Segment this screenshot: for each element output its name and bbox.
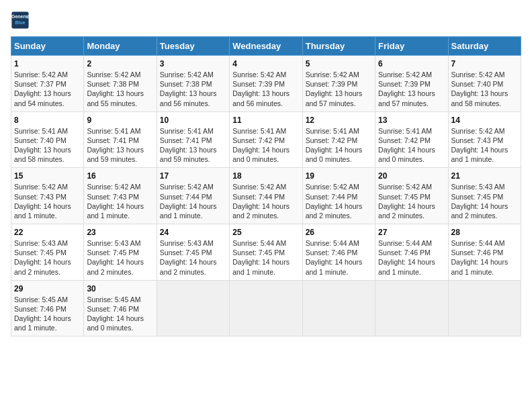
day-number: 13 bbox=[378, 116, 445, 125]
day-header-thursday: Thursday bbox=[302, 37, 375, 56]
calendar-cell: 16Sunrise: 5:42 AMSunset: 7:43 PMDayligh… bbox=[84, 168, 157, 224]
day-number: 19 bbox=[306, 171, 372, 181]
day-info: Sunrise: 5:42 AMSunset: 7:39 PMDaylight:… bbox=[232, 70, 299, 108]
calendar-cell: 3Sunrise: 5:42 AMSunset: 7:38 PMDaylight… bbox=[157, 56, 229, 112]
day-info: Sunrise: 5:41 AMSunset: 7:42 PMDaylight:… bbox=[378, 126, 445, 165]
day-info: Sunrise: 5:45 AMSunset: 7:46 PMDaylight:… bbox=[87, 295, 153, 333]
day-header-monday: Monday bbox=[84, 37, 157, 56]
calendar-week-3: 15Sunrise: 5:42 AMSunset: 7:43 PMDayligh… bbox=[11, 168, 521, 224]
calendar-cell: 23Sunrise: 5:43 AMSunset: 7:45 PMDayligh… bbox=[84, 224, 157, 281]
day-info: Sunrise: 5:44 AMSunset: 7:46 PMDaylight:… bbox=[306, 238, 372, 277]
calendar-cell: 20Sunrise: 5:42 AMSunset: 7:45 PMDayligh… bbox=[375, 168, 448, 224]
day-number: 4 bbox=[232, 59, 299, 68]
calendar-cell: 5Sunrise: 5:42 AMSunset: 7:39 PMDaylight… bbox=[302, 56, 375, 112]
page-header: General Blue bbox=[11, 11, 521, 30]
day-info: Sunrise: 5:43 AMSunset: 7:45 PMDaylight:… bbox=[451, 182, 518, 220]
calendar-cell: 25Sunrise: 5:44 AMSunset: 7:45 PMDayligh… bbox=[230, 224, 302, 281]
day-number: 18 bbox=[232, 171, 299, 181]
day-number: 24 bbox=[160, 228, 226, 237]
day-number: 21 bbox=[451, 171, 518, 181]
day-number: 20 bbox=[378, 171, 445, 181]
day-number: 5 bbox=[306, 59, 372, 68]
day-info: Sunrise: 5:41 AMSunset: 7:42 PMDaylight:… bbox=[232, 126, 299, 165]
logo-icon: General Blue bbox=[11, 11, 30, 30]
day-info: Sunrise: 5:44 AMSunset: 7:46 PMDaylight:… bbox=[378, 238, 445, 277]
calendar-cell: 10Sunrise: 5:41 AMSunset: 7:41 PMDayligh… bbox=[157, 111, 229, 168]
calendar-cell: 11Sunrise: 5:41 AMSunset: 7:42 PMDayligh… bbox=[230, 111, 302, 168]
day-number: 9 bbox=[87, 116, 153, 125]
day-number: 6 bbox=[378, 59, 445, 68]
day-info: Sunrise: 5:42 AMSunset: 7:39 PMDaylight:… bbox=[306, 70, 372, 108]
calendar-cell: 17Sunrise: 5:42 AMSunset: 7:44 PMDayligh… bbox=[157, 168, 229, 224]
calendar-cell: 6Sunrise: 5:42 AMSunset: 7:39 PMDaylight… bbox=[375, 56, 448, 112]
calendar-cell: 21Sunrise: 5:43 AMSunset: 7:45 PMDayligh… bbox=[448, 168, 521, 224]
calendar-cell: 30Sunrise: 5:45 AMSunset: 7:46 PMDayligh… bbox=[84, 280, 157, 336]
calendar-cell: 9Sunrise: 5:41 AMSunset: 7:41 PMDaylight… bbox=[84, 111, 157, 168]
day-info: Sunrise: 5:42 AMSunset: 7:44 PMDaylight:… bbox=[306, 182, 372, 220]
day-number: 29 bbox=[14, 284, 81, 293]
calendar-cell: 1Sunrise: 5:42 AMSunset: 7:37 PMDaylight… bbox=[11, 56, 84, 112]
day-info: Sunrise: 5:43 AMSunset: 7:45 PMDaylight:… bbox=[160, 238, 226, 277]
day-header-friday: Friday bbox=[375, 37, 448, 56]
day-info: Sunrise: 5:44 AMSunset: 7:45 PMDaylight:… bbox=[232, 238, 299, 277]
calendar-cell: 14Sunrise: 5:42 AMSunset: 7:43 PMDayligh… bbox=[448, 111, 521, 168]
calendar-body: 1Sunrise: 5:42 AMSunset: 7:37 PMDaylight… bbox=[11, 56, 521, 336]
day-info: Sunrise: 5:45 AMSunset: 7:46 PMDaylight:… bbox=[14, 295, 81, 333]
day-number: 2 bbox=[87, 59, 153, 68]
day-number: 17 bbox=[160, 171, 226, 181]
svg-text:General: General bbox=[11, 14, 29, 19]
calendar-cell: 28Sunrise: 5:44 AMSunset: 7:46 PMDayligh… bbox=[448, 224, 521, 281]
day-number: 7 bbox=[451, 59, 518, 68]
day-number: 26 bbox=[306, 228, 372, 237]
calendar-cell bbox=[302, 280, 375, 336]
day-info: Sunrise: 5:42 AMSunset: 7:43 PMDaylight:… bbox=[87, 182, 153, 220]
calendar-table: SundayMondayTuesdayWednesdayThursdayFrid… bbox=[11, 36, 521, 336]
day-number: 3 bbox=[160, 59, 226, 68]
day-number: 12 bbox=[306, 116, 372, 125]
day-number: 23 bbox=[87, 228, 153, 237]
day-number: 30 bbox=[87, 284, 153, 293]
day-info: Sunrise: 5:44 AMSunset: 7:46 PMDaylight:… bbox=[451, 238, 518, 277]
day-number: 16 bbox=[87, 171, 153, 181]
day-info: Sunrise: 5:41 AMSunset: 7:41 PMDaylight:… bbox=[160, 126, 226, 165]
day-number: 22 bbox=[14, 228, 81, 237]
calendar-cell: 24Sunrise: 5:43 AMSunset: 7:45 PMDayligh… bbox=[157, 224, 229, 281]
calendar-cell: 26Sunrise: 5:44 AMSunset: 7:46 PMDayligh… bbox=[302, 224, 375, 281]
day-info: Sunrise: 5:41 AMSunset: 7:40 PMDaylight:… bbox=[14, 126, 81, 165]
day-number: 10 bbox=[160, 116, 226, 125]
calendar-cell: 29Sunrise: 5:45 AMSunset: 7:46 PMDayligh… bbox=[11, 280, 84, 336]
calendar-cell bbox=[375, 280, 448, 336]
calendar-week-2: 8Sunrise: 5:41 AMSunset: 7:40 PMDaylight… bbox=[11, 111, 521, 168]
calendar-week-1: 1Sunrise: 5:42 AMSunset: 7:37 PMDaylight… bbox=[11, 56, 521, 112]
day-info: Sunrise: 5:42 AMSunset: 7:40 PMDaylight:… bbox=[451, 70, 518, 108]
calendar-cell bbox=[448, 280, 521, 336]
day-info: Sunrise: 5:41 AMSunset: 7:41 PMDaylight:… bbox=[87, 126, 153, 165]
calendar-cell: 27Sunrise: 5:44 AMSunset: 7:46 PMDayligh… bbox=[375, 224, 448, 281]
day-info: Sunrise: 5:43 AMSunset: 7:45 PMDaylight:… bbox=[14, 238, 81, 277]
day-info: Sunrise: 5:42 AMSunset: 7:44 PMDaylight:… bbox=[160, 182, 226, 220]
svg-text:Blue: Blue bbox=[15, 20, 25, 25]
day-header-sunday: Sunday bbox=[11, 37, 84, 56]
day-number: 8 bbox=[14, 116, 81, 125]
day-header-wednesday: Wednesday bbox=[230, 37, 302, 56]
day-number: 1 bbox=[14, 59, 81, 68]
day-number: 14 bbox=[451, 116, 518, 125]
day-number: 11 bbox=[232, 116, 299, 125]
calendar-cell: 19Sunrise: 5:42 AMSunset: 7:44 PMDayligh… bbox=[302, 168, 375, 224]
day-info: Sunrise: 5:41 AMSunset: 7:42 PMDaylight:… bbox=[306, 126, 372, 165]
day-info: Sunrise: 5:43 AMSunset: 7:45 PMDaylight:… bbox=[87, 238, 153, 277]
day-number: 25 bbox=[232, 228, 299, 237]
day-info: Sunrise: 5:42 AMSunset: 7:44 PMDaylight:… bbox=[232, 182, 299, 220]
day-number: 27 bbox=[378, 228, 445, 237]
calendar-cell: 7Sunrise: 5:42 AMSunset: 7:40 PMDaylight… bbox=[448, 56, 521, 112]
calendar-cell: 2Sunrise: 5:42 AMSunset: 7:38 PMDaylight… bbox=[84, 56, 157, 112]
day-info: Sunrise: 5:42 AMSunset: 7:38 PMDaylight:… bbox=[160, 70, 226, 108]
day-header-saturday: Saturday bbox=[448, 37, 521, 56]
day-info: Sunrise: 5:42 AMSunset: 7:39 PMDaylight:… bbox=[378, 70, 445, 108]
day-info: Sunrise: 5:42 AMSunset: 7:38 PMDaylight:… bbox=[87, 70, 153, 108]
calendar-week-5: 29Sunrise: 5:45 AMSunset: 7:46 PMDayligh… bbox=[11, 280, 521, 336]
calendar-cell: 18Sunrise: 5:42 AMSunset: 7:44 PMDayligh… bbox=[230, 168, 302, 224]
logo: General Blue bbox=[11, 11, 32, 30]
day-header-tuesday: Tuesday bbox=[157, 37, 229, 56]
day-info: Sunrise: 5:42 AMSunset: 7:45 PMDaylight:… bbox=[378, 182, 445, 220]
